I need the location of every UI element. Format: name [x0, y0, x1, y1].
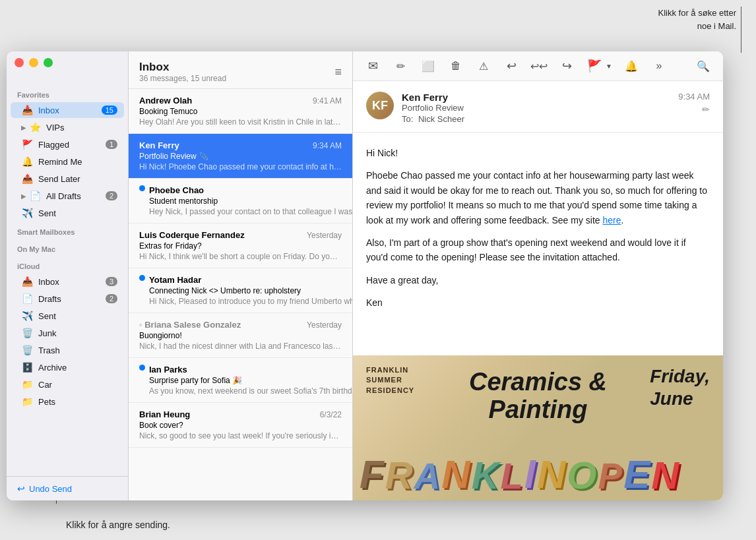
avatar-initials: KF [372, 99, 388, 113]
delete-button[interactable]: 🗑 [447, 57, 465, 75]
vips-icon: ⭐ [29, 122, 41, 133]
sender-luis: Luis Coderque Fernandez [139, 230, 245, 240]
letter-k: K [472, 453, 499, 497]
time-luis: Yesterday [307, 231, 342, 240]
sidebar-item-icloud-sent[interactable]: ✈️ Sent [11, 308, 124, 324]
sidebar-item-remind-me[interactable]: 🔔 Remind Me [11, 154, 124, 169]
icloud-label: iCloud [7, 256, 128, 273]
org-line1: FRANKLIN [366, 366, 408, 374]
forward-button[interactable]: ↩ [557, 57, 576, 75]
favorites-label: Favorites [7, 84, 128, 102]
email-list-header-left: Inbox 36 messages, 15 unread [139, 61, 226, 83]
sidebar-sent-label: Sent [38, 208, 117, 218]
sent-icon: ✈️ [21, 208, 33, 218]
email-toolbar: ✉ ✏ ⬜ 🗑 ⚠ ↩ ↩↩ ↩ 🚩 ▼ 🔔 » 🔍 [353, 51, 723, 81]
event-overlay: FRANKLIN SUMMER RESIDENCY Ceramics & Pai… [353, 355, 723, 500]
all-drafts-icon: 📄 [29, 191, 41, 201]
time-ken-ferry: 9:34 AM [313, 141, 342, 150]
letter-l: L [501, 454, 523, 497]
undo-send-button[interactable]: ↩ Undo Send [17, 483, 117, 494]
flag-chevron[interactable]: ▼ [605, 57, 613, 75]
sidebar-item-sent[interactable]: ✈️ Sent [11, 205, 124, 221]
remind-icon: 🔔 [21, 156, 33, 167]
email-item-briana[interactable]: ◦ Briana Salese Gonzalez Yesterday Buong… [129, 313, 352, 358]
sidebar-item-vips[interactable]: ▶ ⭐ VIPs [11, 119, 124, 135]
sidebar-item-all-drafts[interactable]: ▶ 📄 All Drafts 2 [11, 188, 124, 204]
org-line3: RESIDENCY [366, 386, 414, 394]
subject-brian: Book cover? [139, 421, 342, 430]
sidebar-item-flagged[interactable]: 🚩 Flagged 1 [11, 136, 124, 152]
sidebar-item-icloud-drafts[interactable]: 📄 Drafts 2 [11, 291, 124, 307]
fullscreen-button[interactable] [44, 58, 53, 67]
body-paragraph1: Phoebe Chao passed me your contact info … [366, 168, 710, 227]
email-item-brian[interactable]: Brian Heung 6/3/22 Book cover? Nick, so … [129, 403, 352, 448]
flagged-badge: 1 [106, 140, 117, 149]
letter-e: E [623, 452, 650, 497]
event-date: Friday, June [650, 365, 710, 409]
email-item-andrew-olah[interactable]: Andrew Olah 9:41 AM Booking Temuco Hey O… [129, 89, 352, 134]
to-name: Nick Scheer [418, 114, 464, 124]
sidebar-item-send-later[interactable]: 📤 Send Later [11, 171, 124, 187]
letter-r: R [385, 453, 413, 497]
sidebar-inbox-label: Inbox [38, 105, 102, 115]
icloud-archive-icon: 🗄️ [21, 362, 33, 373]
sidebar-item-icloud-inbox[interactable]: 📥 Inbox 3 [11, 274, 124, 289]
icloud-inbox-badge: 3 [106, 277, 117, 286]
more-actions-button[interactable]: » [650, 57, 668, 75]
time-brian: 6/3/22 [320, 410, 342, 419]
email-item-yotam[interactable]: Yotam Hadar Yesterday Connecting Nick <>… [129, 268, 352, 313]
smart-mailboxes-label: Smart Mailboxes [7, 222, 128, 239]
sidebar-item-inbox[interactable]: 📥 Inbox 15 [11, 102, 124, 118]
sidebar-item-icloud-junk[interactable]: 🗑️ Junk [11, 325, 124, 341]
email-header: KF Ken Ferry Portfolio Review To: Nick S… [353, 81, 723, 133]
reply-all-button[interactable]: ↩↩ [530, 57, 548, 75]
sender-yotam: Yotam Hadar [149, 275, 201, 285]
icloud-drafts-icon: 📄 [21, 293, 33, 304]
junk-button[interactable]: ⚠ [474, 57, 493, 75]
letter-n2: N [537, 452, 565, 497]
reply-button[interactable]: ↩ [502, 57, 520, 75]
sidebar-item-icloud-trash[interactable]: 🗑️ Trash [11, 342, 124, 358]
sender-andrew-olah: Andrew Olah [139, 96, 192, 105]
search-button[interactable]: 🔍 [694, 57, 712, 75]
preview-andrew-olah: Hey Olah! Are you still keen to visit Kr… [139, 117, 342, 127]
car-icon: 📁 [21, 379, 33, 390]
email-item-ian[interactable]: Ian Parks 6/4/22 Surprise party for Sofi… [129, 358, 352, 403]
body-greeting: Hi Nick! [366, 146, 710, 160]
email-item-phoebe-chao[interactable]: Phoebe Chao Yesterday Student mentorship… [129, 179, 352, 224]
sender-avatar: KF [366, 92, 394, 119]
subject-andrew-olah: Booking Temuco [139, 107, 342, 116]
sidebar-item-icloud-pets[interactable]: 📁 Pets [11, 394, 124, 409]
email-list-header: Inbox 36 messages, 15 unread ≡ [129, 51, 352, 89]
archive-button[interactable]: ⬜ [419, 57, 437, 75]
on-my-mac-label: On My Mac [7, 239, 128, 256]
sender-phoebe-chao: Phoebe Chao [149, 185, 204, 195]
window-controls [15, 58, 53, 67]
edit-draft-icon[interactable]: ✏ [702, 104, 710, 115]
filter-icon[interactable]: ≡ [334, 65, 342, 79]
inbox-subtitle: 36 messages, 15 unread [139, 74, 226, 83]
email-item-ken-ferry[interactable]: Ken Ferry 9:34 AM Portfolio Review 📎 Hi … [129, 134, 352, 179]
mute-button[interactable]: 🔔 [622, 57, 641, 75]
close-button[interactable] [15, 58, 24, 67]
flag-button[interactable]: 🚩 [585, 57, 604, 75]
new-message-button[interactable]: ✉ [363, 57, 382, 75]
unread-dot-ian [139, 365, 145, 371]
subject-luis: Extras for Friday? [139, 241, 342, 251]
sidebar-icloud-trash-label: Trash [38, 345, 117, 355]
email-header-info: Ken Ferry Portfolio Review To: Nick Sche… [402, 92, 464, 124]
sidebar-icloud-sent-label: Sent [38, 311, 117, 321]
sidebar-item-icloud-archive[interactable]: 🗄️ Archive [11, 359, 124, 375]
email-item-luis[interactable]: Luis Coderque Fernandez Yesterday Extras… [129, 224, 352, 268]
site-link[interactable]: here [602, 215, 621, 225]
detail-subject: Portfolio Review [402, 103, 464, 113]
sidebar-icloud-archive-label: Archive [38, 363, 117, 373]
unread-dot-phoebe [139, 185, 145, 191]
preview-ian: As you know, next weekend is our sweet S… [149, 386, 352, 396]
to-label: To: [402, 114, 413, 124]
minimize-button[interactable] [29, 58, 38, 67]
compose-button[interactable]: ✏ [391, 57, 410, 75]
sidebar-item-icloud-car[interactable]: 📁 Car [11, 376, 124, 392]
tooltip-line1: Klikk for å søke etter [658, 8, 736, 18]
inbox-title: Inbox [139, 61, 226, 74]
